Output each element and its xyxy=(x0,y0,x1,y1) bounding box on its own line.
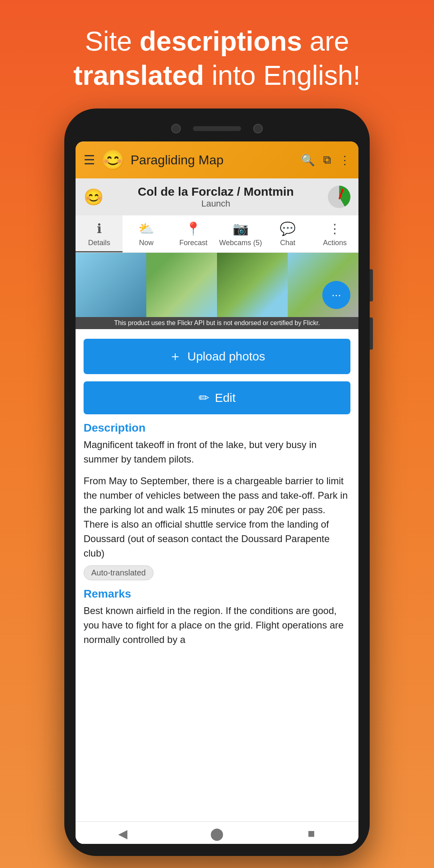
phone-top-bar xyxy=(76,121,358,137)
tab-bar: ℹ Details ⛅ Now 📍 Forecast 📷 Webcams (5)… xyxy=(76,215,358,253)
phone-frame: ☰ 😊 Paragliding Map 🔍 ⧉ ⋮ 😊 Col de la Fo… xyxy=(64,108,370,856)
tab-actions-label: Actions xyxy=(323,239,347,247)
tab-details[interactable]: ℹ Details xyxy=(76,215,123,252)
tab-forecast-label: Forecast xyxy=(179,239,207,247)
back-icon: ◀ xyxy=(118,827,127,841)
content-area: ＋ Upload photos ✏ Edit Description Magni… xyxy=(76,329,358,821)
remarks-section: Remarks Best known airfield in the regio… xyxy=(84,588,350,647)
nav-recents[interactable]: ■ xyxy=(264,827,358,841)
auto-translated-badge: Auto-translated xyxy=(84,565,154,580)
app-bar-actions: 🔍 ⧉ ⋮ xyxy=(301,154,350,167)
front-sensor xyxy=(253,124,263,133)
upload-photos-button[interactable]: ＋ Upload photos xyxy=(84,339,350,374)
flickr-notice: This product uses the Flickr API but is … xyxy=(76,317,358,329)
description-text2: From May to September, there is a charge… xyxy=(84,474,350,561)
power-button xyxy=(370,317,373,350)
tab-chat[interactable]: 💬 Chat xyxy=(264,215,311,252)
nav-back[interactable]: ◀ xyxy=(76,827,170,841)
description-section: Description Magnificent takeoff in front… xyxy=(84,422,350,580)
actions-icon: ⋮ xyxy=(328,221,341,236)
bottom-nav: ◀ ⬤ ■ xyxy=(76,821,358,844)
menu-icon[interactable]: ☰ xyxy=(84,152,95,168)
search-icon[interactable]: 🔍 xyxy=(301,154,315,167)
site-pin-icon: 😊 xyxy=(84,188,104,207)
remarks-title: Remarks xyxy=(84,588,350,600)
edit-icon: ✏ xyxy=(199,390,209,405)
description-title: Description xyxy=(84,422,350,434)
app-title: Paragliding Map xyxy=(131,153,295,168)
wind-arrow xyxy=(338,188,344,200)
more-photos-button[interactable]: ··· xyxy=(322,281,350,309)
tab-webcams-label: Webcams (5) xyxy=(219,239,262,247)
speaker xyxy=(193,126,241,131)
promo-highlight2: translated xyxy=(74,60,204,90)
site-type: Launch xyxy=(108,199,323,209)
chat-icon: 💬 xyxy=(280,221,296,236)
photo-strip: ··· xyxy=(76,253,358,317)
tab-now[interactable]: ⛅ Now xyxy=(123,215,170,252)
home-icon: ⬤ xyxy=(210,827,224,841)
recents-icon: ■ xyxy=(308,827,315,840)
promo-header: Site descriptions aretranslated into Eng… xyxy=(41,0,393,108)
tab-chat-label: Chat xyxy=(280,239,295,247)
details-icon: ℹ xyxy=(97,221,102,236)
description-text1: Magnificent takeoff in front of the lake… xyxy=(84,438,350,467)
site-info: Col de la Forclaz / Montmin Launch xyxy=(108,185,323,209)
upload-icon: ＋ xyxy=(169,348,182,365)
photo-1[interactable] xyxy=(76,253,146,317)
photo-2[interactable] xyxy=(146,253,217,317)
forecast-icon: 📍 xyxy=(185,221,201,236)
nav-home[interactable]: ⬤ xyxy=(170,827,264,841)
volume-button xyxy=(370,269,373,301)
webcams-icon: 📷 xyxy=(233,221,249,236)
remarks-text: Best known airfield in the region. If th… xyxy=(84,604,350,647)
phone-screen: ☰ 😊 Paragliding Map 🔍 ⧉ ⋮ 😊 Col de la Fo… xyxy=(76,141,358,844)
promo-highlight1: descriptions xyxy=(139,26,302,56)
more-icon[interactable]: ⋮ xyxy=(339,154,350,167)
photo-3[interactable] xyxy=(217,253,288,317)
front-camera xyxy=(171,124,181,133)
now-icon: ⛅ xyxy=(138,221,154,236)
app-bar: ☰ 😊 Paragliding Map 🔍 ⧉ ⋮ xyxy=(76,141,358,178)
edit-label: Edit xyxy=(215,391,236,405)
wind-indicator xyxy=(328,186,350,208)
site-header: 😊 Col de la Forclaz / Montmin Launch xyxy=(76,178,358,215)
edit-button[interactable]: ✏ Edit xyxy=(84,381,350,414)
app-logo: 😊 xyxy=(101,149,125,171)
upload-label: Upload photos xyxy=(187,350,265,363)
photo-4[interactable] xyxy=(288,253,358,317)
tab-actions[interactable]: ⋮ Actions xyxy=(311,215,358,252)
tab-details-label: Details xyxy=(88,239,110,247)
promo-text: Site descriptions aretranslated into Eng… xyxy=(74,26,360,90)
tab-now-label: Now xyxy=(139,239,154,247)
tab-forecast[interactable]: 📍 Forecast xyxy=(170,215,217,252)
tab-webcams[interactable]: 📷 Webcams (5) xyxy=(217,215,264,252)
site-name: Col de la Forclaz / Montmin xyxy=(108,185,323,199)
layers-icon[interactable]: ⧉ xyxy=(323,154,331,167)
